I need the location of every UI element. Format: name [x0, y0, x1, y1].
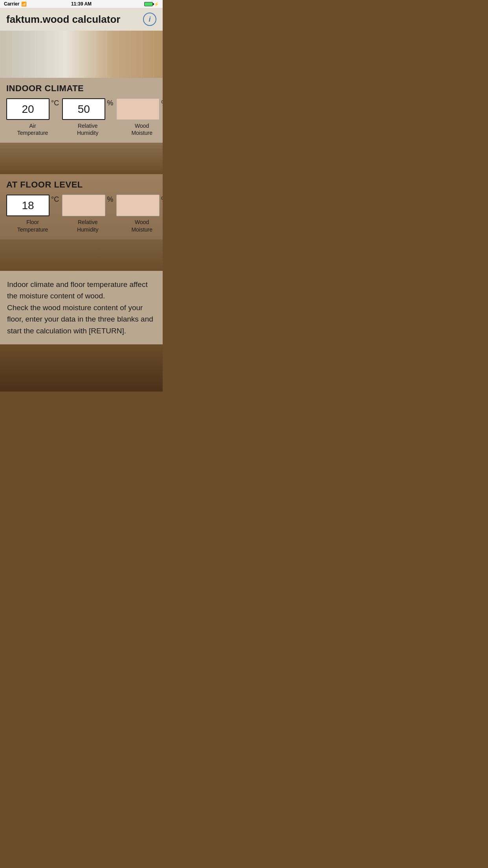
floor-humidity-input-row: % [62, 195, 113, 216]
battery-icon [144, 2, 153, 6]
background-photo-top [0, 31, 163, 78]
floor-fields-row: °C FloorTemperature % RelativeHumidity %… [6, 195, 156, 233]
indoor-climate-section: INDOOR CLIMATE °C AirTemperature % Relat… [0, 78, 163, 143]
app-title: faktum.wood calculator [6, 13, 120, 26]
status-right: ⚡ [144, 2, 159, 6]
indoor-humidity-label: RelativeHumidity [77, 122, 98, 136]
air-temp-label: AirTemperature [17, 122, 48, 136]
floor-level-section: AT FLOOR LEVEL °C FloorTemperature % Rel… [0, 174, 163, 239]
air-temperature-group: °C AirTemperature [6, 98, 59, 136]
floor-wood-moisture-group: % WoodMoisture [116, 195, 163, 233]
info-description: Indoor climate and floor temperature aff… [7, 279, 156, 337]
floor-wood-moisture-input [116, 195, 160, 216]
indoor-wood-moisture-group: % WoodMoisture [116, 98, 163, 136]
floor-temperature-input[interactable] [6, 195, 50, 216]
air-temp-input-row: °C [6, 98, 59, 120]
floor-humidity-group: % RelativeHumidity [62, 195, 113, 233]
indoor-humidity-group: % RelativeHumidity [62, 98, 113, 136]
indoor-wood-moisture-unit: % [161, 99, 163, 107]
status-time: 11:39 AM [71, 1, 92, 7]
indoor-humidity-input[interactable] [62, 98, 105, 120]
floor-humidity-input [62, 195, 105, 216]
floor-temp-label: FloorTemperature [17, 219, 48, 233]
indoor-fields-row: °C AirTemperature % RelativeHumidity % W… [6, 98, 156, 136]
indoor-wood-moisture-label: WoodMoisture [131, 122, 152, 136]
indoor-humidity-input-row: % [62, 98, 113, 120]
background-photo-bottom [0, 344, 163, 392]
background-photo-mid [0, 143, 163, 174]
indoor-climate-title: INDOOR CLIMATE [6, 83, 156, 94]
app-header: faktum.wood calculator i [0, 8, 163, 31]
floor-temp-unit: °C [51, 195, 59, 204]
info-panel: Indoor climate and floor temperature aff… [0, 271, 163, 344]
floor-humidity-unit: % [107, 195, 113, 204]
indoor-humidity-unit: % [107, 99, 113, 107]
floor-humidity-label: RelativeHumidity [77, 219, 98, 233]
indoor-wood-moisture-input-row: % [116, 98, 163, 120]
floor-wood-moisture-label: WoodMoisture [131, 219, 152, 233]
floor-wood-moisture-input-row: % [116, 195, 163, 216]
status-left: Carrier 📶 [4, 1, 27, 7]
status-bar: Carrier 📶 11:39 AM ⚡ [0, 0, 163, 8]
carrier-label: Carrier [4, 1, 19, 7]
info-icon: i [149, 15, 150, 24]
info-button[interactable]: i [143, 13, 156, 26]
floor-temperature-group: °C FloorTemperature [6, 195, 59, 233]
floor-wood-moisture-unit: % [161, 195, 163, 204]
floor-level-title: AT FLOOR LEVEL [6, 180, 156, 190]
air-temperature-input[interactable] [6, 98, 50, 120]
background-photo-lower [0, 239, 163, 271]
floor-temp-input-row: °C [6, 195, 59, 216]
charging-icon: ⚡ [154, 2, 159, 6]
indoor-wood-moisture-input [116, 98, 160, 120]
air-temp-unit: °C [51, 99, 59, 107]
wifi-icon: 📶 [21, 2, 27, 7]
